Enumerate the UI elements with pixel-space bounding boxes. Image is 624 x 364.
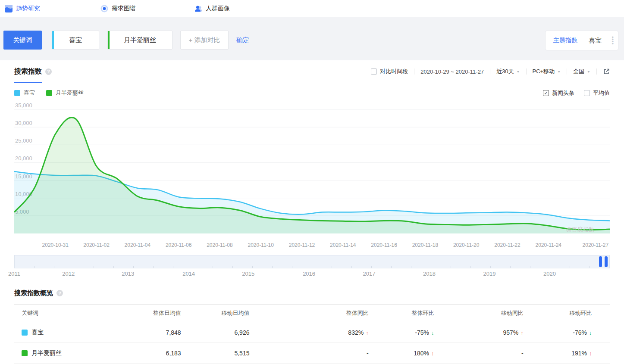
chart-header-row: 搜索指数 ? 对比时间段 2020-10-29 ~ 2020-11-27 近30…	[14, 60, 610, 83]
value-cell: 6,183	[92, 350, 181, 357]
keyword-color-bar	[108, 31, 110, 49]
value-cell: 832%↑	[249, 329, 368, 336]
date-range[interactable]: 2020-10-29 ~ 2020-11-27	[420, 68, 484, 75]
keyword-button[interactable]: 关键词	[3, 31, 42, 50]
line-chart-canvas: 5,00010,00015,00020,00025,00030,00035,00…	[14, 103, 610, 239]
chevron-down-icon: ▼	[517, 70, 520, 73]
x-axis-label: 2020-11-08	[207, 242, 233, 248]
legend-swatch	[46, 90, 52, 96]
vertical-dots-icon[interactable]: ••••	[611, 36, 614, 45]
table-row-0: 喜宝7,8486,926832%↑-75%↓957%↑-76%↓	[14, 322, 610, 343]
slider-year-label: 2019	[483, 271, 496, 277]
overlay-option-0[interactable]: ✓新闻头条	[543, 89, 574, 97]
x-axis-label: 2020-11-18	[412, 242, 439, 248]
slider-year-labels: 2011201220132014201520162017201820192020	[14, 268, 610, 279]
nav-crowd-profile[interactable]: 人群画像	[194, 0, 230, 17]
compare-period-checkbox-item[interactable]: 对比时间段	[371, 68, 408, 75]
slider-year-label: 2017	[363, 271, 376, 277]
nav-label: 趋势研究	[16, 5, 40, 12]
slider-handle-right[interactable]	[605, 256, 608, 267]
legend-item-1[interactable]: 月半爱丽丝	[46, 89, 84, 97]
table-header-row: 关键词整体日均值移动日均值整体同比整体环比移动同比移动环比	[14, 304, 610, 322]
cell-value: 7,848	[166, 329, 181, 336]
x-axis-label: 2020-11-27	[583, 242, 609, 248]
overview-table: 关键词整体日均值移动日均值整体同比整体环比移动同比移动环比喜宝7,8486,92…	[14, 304, 610, 364]
cell-value: 180%	[414, 350, 429, 357]
overlay-option-label: 平均值	[593, 89, 610, 97]
slider-ticks	[15, 266, 609, 268]
x-axis-label: 2020-11-06	[166, 242, 192, 248]
value-cell: -	[434, 350, 524, 357]
nav-trend-research[interactable]: 趋势研究	[4, 0, 40, 17]
value-cell: 191%↑	[524, 350, 592, 357]
theme-index-link[interactable]: 主题指数	[553, 37, 577, 44]
arrow-down-icon: ↓	[589, 330, 592, 336]
legend-label: 月半爱丽丝	[56, 89, 84, 97]
cell-value: 6,183	[166, 350, 181, 357]
chevron-down-icon: ▼	[557, 70, 561, 73]
legend-row: 喜宝月半爱丽丝 ✓新闻头条平均值	[14, 83, 610, 103]
trend-research-icon	[4, 4, 13, 13]
slider-handle-left[interactable]	[599, 256, 602, 267]
nav-demand-graph[interactable]: 需求图谱	[100, 0, 136, 17]
region-dropdown[interactable]: 全国 ▼	[573, 68, 590, 75]
x-axis-labels: 2020-10-312020-11-022020-11-042020-11-06…	[14, 240, 610, 252]
checkbox-unchecked[interactable]	[584, 90, 590, 96]
overlay-option-1[interactable]: 平均值	[584, 89, 610, 97]
x-axis-label: 2020-11-04	[125, 242, 151, 248]
slider-year-label: 2012	[62, 271, 75, 277]
top-nav: 趋势研究 需求图谱 人群画像	[0, 0, 624, 17]
period-value: 近30天	[496, 68, 514, 75]
legend-label: 喜宝	[24, 89, 35, 97]
x-axis-label: 2020-11-16	[371, 242, 397, 248]
keyword-swatch	[22, 350, 28, 356]
baidu-index-watermark: @百度指数	[566, 226, 594, 233]
x-axis-label: 2020-11-02	[83, 242, 110, 248]
legend-item-0[interactable]: 喜宝	[14, 89, 35, 97]
nav-label: 人群画像	[206, 5, 230, 12]
timeline-slider[interactable]	[14, 255, 610, 268]
column-header: 关键词	[14, 309, 92, 317]
help-icon[interactable]: ?	[56, 290, 63, 296]
keyword-cell: 月半爱丽丝	[14, 349, 92, 357]
divider	[567, 68, 567, 75]
add-compare-button[interactable]: + 添加对比	[180, 31, 229, 50]
compare-period-checkbox[interactable]	[371, 68, 377, 75]
slider-year-label: 2013	[122, 271, 134, 277]
export-icon[interactable]	[603, 68, 610, 75]
main-card: 搜索指数 ? 对比时间段 2020-10-29 ~ 2020-11-27 近30…	[4, 60, 620, 364]
theme-keyword[interactable]: 喜宝	[589, 37, 611, 45]
keyword-band: 关键词 喜宝 月半爱丽丝 + 添加对比 确定 主题指数 喜宝 ••••	[0, 17, 624, 60]
column-header: 移动日均值	[181, 309, 250, 317]
search-index-title-wrap: 搜索指数 ?	[14, 67, 52, 76]
column-header: 整体同比	[249, 309, 368, 317]
slider-year-label: 2016	[303, 271, 315, 277]
keyword-label: 月半爱丽丝	[124, 36, 156, 44]
period-dropdown[interactable]: 近30天 ▼	[496, 68, 520, 75]
help-icon[interactable]: ?	[45, 68, 52, 75]
cell-value: -76%	[573, 329, 587, 336]
y-axis-label: 25,000	[15, 137, 32, 144]
column-header: 整体日均值	[92, 309, 181, 317]
y-axis-label: 30,000	[15, 120, 32, 126]
keyword-name: 喜宝	[31, 329, 44, 336]
slider-year-label: 2015	[242, 271, 254, 277]
divider	[414, 68, 414, 75]
cell-value: 832%	[348, 329, 364, 336]
device-dropdown[interactable]: PC+移动 ▼	[533, 68, 561, 75]
x-axis-label: 2020-11-14	[330, 242, 356, 248]
column-header: 移动同比	[434, 309, 524, 317]
keyword-box-2[interactable]: 月半爱丽丝	[107, 31, 172, 50]
active-tab-indicator	[14, 82, 42, 83]
y-axis-label: 20,000	[15, 155, 32, 162]
arrow-up-icon: ↑	[589, 350, 592, 357]
value-cell: 957%↑	[434, 329, 524, 336]
value-cell: 6,926	[181, 329, 250, 336]
confirm-button[interactable]: 确定	[236, 31, 249, 50]
x-axis-label: 2020-11-22	[494, 242, 521, 248]
checkbox-checked[interactable]: ✓	[543, 90, 549, 96]
slider-year-label: 2018	[423, 271, 436, 277]
keyword-box-1[interactable]: 喜宝	[52, 31, 99, 50]
x-axis-label: 2020-10-31	[42, 242, 69, 248]
keyword-cell: 喜宝	[14, 329, 92, 336]
